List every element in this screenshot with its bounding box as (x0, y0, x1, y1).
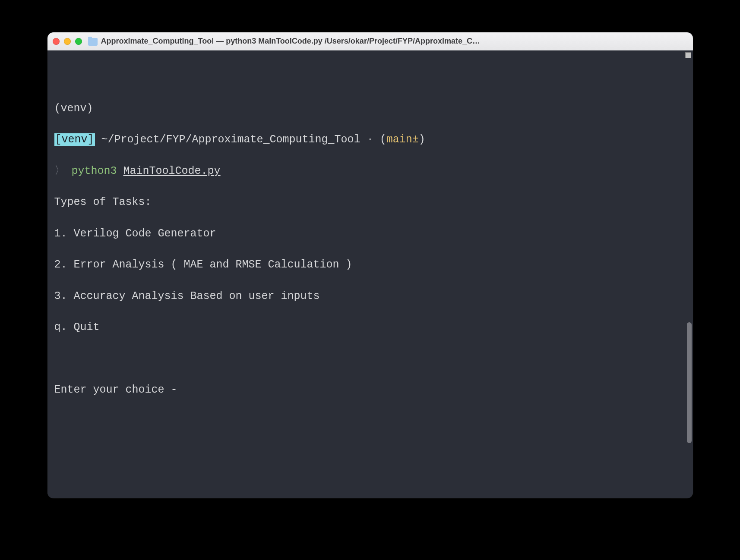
venv-tag: [venv] (54, 133, 95, 146)
traffic-lights (53, 38, 82, 45)
cwd-path: ~/Project/FYP/Approximate_Computing_Tool (101, 133, 361, 146)
close-window-button[interactable] (53, 38, 60, 45)
terminal-body[interactable]: (venv) [venv] ~/Project/FYP/Approximate_… (47, 50, 693, 498)
menu-item-3: 3. Accuracy Analysis Based on user input… (54, 289, 686, 304)
prompt-symbol: 〉 (54, 165, 65, 177)
separator-dot: · (367, 133, 373, 146)
maximize-window-button[interactable] (75, 38, 82, 45)
git-branch: main± (386, 133, 419, 146)
branch-paren-close: ) (419, 133, 425, 146)
output-header: Types of Tasks: (54, 195, 686, 210)
status-indicator-icon (685, 52, 691, 58)
input-prompt-label: Enter your choice - (54, 384, 184, 396)
menu-item-2: 2. Error Analysis ( MAE and RMSE Calcula… (54, 257, 686, 273)
branch-paren-open: ( (380, 133, 386, 146)
venv-indicator-top: (venv) (54, 102, 93, 115)
menu-item-quit: q. Quit (54, 320, 686, 335)
title-bar[interactable]: Approximate_Computing_Tool — python3 Mai… (47, 32, 693, 50)
minimize-window-button[interactable] (64, 38, 71, 45)
terminal-window: Approximate_Computing_Tool — python3 Mai… (47, 32, 693, 498)
command-argument: MainToolCode.py (123, 165, 221, 177)
folder-icon (88, 38, 98, 46)
command-name: python3 (72, 165, 117, 177)
scrollbar-thumb[interactable] (687, 322, 692, 443)
input-prompt-line[interactable]: Enter your choice - (54, 382, 686, 398)
menu-item-1: 1. Verilog Code Generator (54, 226, 686, 242)
window-title: Approximate_Computing_Tool — python3 Mai… (101, 37, 688, 46)
